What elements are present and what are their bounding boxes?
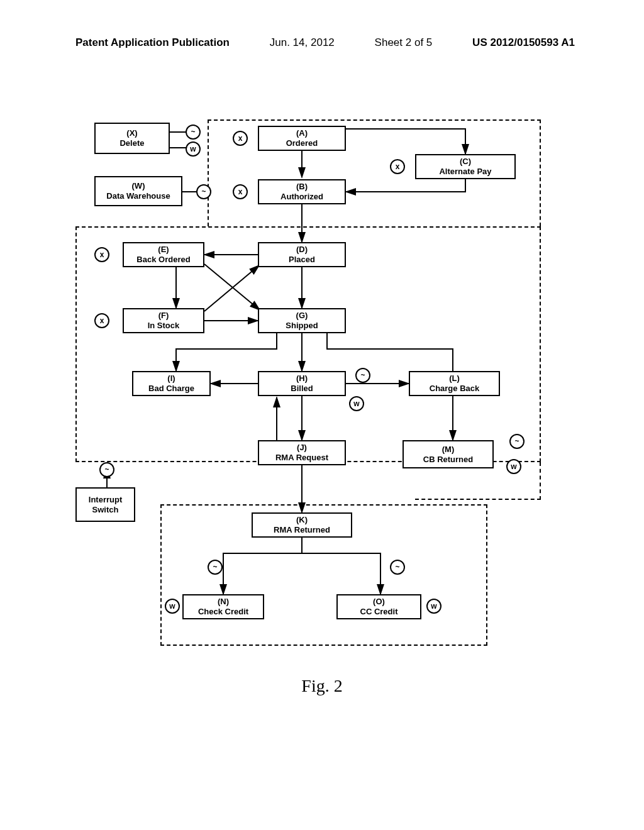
node-billed: (H) Billed	[258, 371, 346, 396]
circle-tilde-M: ~	[509, 434, 525, 449]
node-placed: (D) Placed	[258, 242, 346, 267]
node-bad-charge: (I) Bad Charge	[132, 371, 211, 396]
node-shipped: (G) Shipped	[258, 308, 346, 333]
publication-date: Jun. 14, 2012	[270, 36, 335, 49]
page-header: Patent Application Publication Jun. 14, …	[0, 36, 644, 49]
node-charge-back: (L) Charge Back	[409, 371, 500, 396]
figure-caption: Fig. 2	[0, 676, 644, 696]
circle-w-1: w	[186, 141, 201, 157]
sheet-number: Sheet 2 of 5	[375, 36, 433, 49]
flow-diagram: (X) Delete (W) Data Warehouse (A) Ordere…	[88, 119, 541, 654]
node-cc-credit: (O) CC Credit	[336, 594, 421, 619]
circle-w-H: w	[349, 396, 364, 411]
circle-tilde-O: ~	[390, 560, 405, 575]
circle-w-O: w	[426, 599, 441, 614]
node-cb-returned: (M) CB Returned	[402, 440, 494, 468]
node-rma-returned: (K) RMA Returned	[252, 512, 352, 538]
circle-x-B: x	[233, 184, 248, 199]
circle-x-A: x	[233, 131, 248, 146]
node-back-ordered: (E) Back Ordered	[123, 242, 204, 267]
circle-tilde-INT: ~	[99, 462, 114, 477]
circle-w-M: w	[506, 459, 521, 474]
node-check-credit: (N) Check Credit	[182, 594, 264, 619]
circle-x-E: x	[94, 247, 109, 262]
node-authorized: (B) Authorized	[258, 179, 346, 204]
node-delete: (X) Delete	[94, 123, 170, 154]
circle-x-C: x	[390, 159, 405, 174]
node-interrupt-switch: Interrupt Switch	[75, 487, 135, 522]
circle-tilde-1: ~	[186, 124, 201, 140]
node-ordered: (A) Ordered	[258, 126, 346, 151]
circle-tilde-H: ~	[355, 368, 370, 383]
circle-w-N: w	[165, 599, 180, 614]
circle-tilde-2: ~	[196, 184, 211, 199]
publication-label: Patent Application Publication	[75, 36, 230, 49]
node-alternate-pay: (C) Alternate Pay	[415, 154, 516, 179]
node-in-stock: (F) In Stock	[123, 308, 204, 333]
circle-x-F: x	[94, 313, 109, 328]
node-rma-request: (J) RMA Request	[258, 440, 346, 465]
node-data-warehouse: (W) Data Warehouse	[94, 176, 182, 206]
circle-tilde-N: ~	[208, 560, 223, 575]
publication-number: US 2012/0150593 A1	[472, 36, 575, 49]
